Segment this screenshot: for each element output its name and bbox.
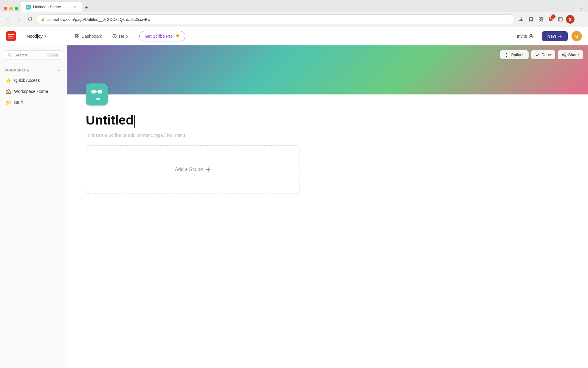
svg-point-32 <box>562 54 564 56</box>
forward-btn[interactable] <box>15 15 23 24</box>
search-area: cmd+k <box>4 50 63 60</box>
get-pro-label: Get Scribe Pro <box>145 34 173 39</box>
done-label: Done <box>541 52 551 57</box>
done-btn[interactable]: Done <box>531 50 555 59</box>
page-placeholder: To insert a Scribe or add content, type … <box>86 132 570 138</box>
logo <box>6 31 16 41</box>
edit-label: Edit <box>94 97 100 101</box>
svg-rect-17 <box>75 36 77 38</box>
stuff-label: Stuff <box>14 100 23 105</box>
tab-close-btn[interactable]: × <box>72 5 77 10</box>
search-input[interactable] <box>14 53 44 57</box>
svg-point-29 <box>506 54 507 55</box>
browser-toolbar: 🔒 scribehow.com/page/Untitled__JijGDDxuQ… <box>0 12 588 27</box>
quick-access-label: Quick Access <box>14 78 40 83</box>
address-bar[interactable]: 🔒 scribehow.com/page/Untitled__JijGDDxuQ… <box>37 14 514 24</box>
tab-favicon <box>26 5 31 10</box>
folder-icon: 📁 <box>6 99 12 105</box>
browser-tab-active[interactable]: Untitled | Scribe × <box>21 2 82 12</box>
share-icon <box>562 53 566 57</box>
sidebar-toggle-btn[interactable] <box>556 15 565 24</box>
add-scribe-box[interactable]: Add a Scribe <box>86 145 300 194</box>
page-icon-wrapper: Edit <box>86 83 108 105</box>
workspace-add-btn[interactable]: + <box>56 67 62 73</box>
options-icon <box>504 53 509 57</box>
sidebar-item-stuff[interactable]: 📁 Stuff <box>2 97 65 108</box>
svg-point-31 <box>565 53 566 54</box>
extensions-btn[interactable] <box>537 15 545 24</box>
sidebar-item-quick-access[interactable]: ⭐ Quick Access <box>2 75 65 86</box>
svg-point-30 <box>506 56 507 56</box>
maximize-window-btn[interactable] <box>15 7 18 10</box>
add-scribe-label: Add a Scribe <box>175 167 203 172</box>
app: Moodjoy ▾ Dashboard ? Help Get Scribe Pr… <box>0 27 588 368</box>
new-tab-btn[interactable]: + <box>82 4 91 12</box>
home-icon: 🏠 <box>6 88 12 94</box>
nav-divider <box>57 32 57 40</box>
quick-access-icon: ⭐ <box>6 77 12 83</box>
svg-point-33 <box>565 56 566 57</box>
content-area: Options Done Share <box>67 45 588 368</box>
search-shortcut: cmd+k <box>46 53 59 57</box>
svg-rect-6 <box>541 20 543 21</box>
address-text: scribehow.com/page/Untitled__JijGDDxuQk-… <box>47 17 511 22</box>
svg-line-27 <box>11 56 12 57</box>
svg-point-21 <box>530 34 532 36</box>
main-area: cmd+k WORKSPACE + ⭐ Quick Access 🏠 Works… <box>0 45 588 368</box>
reload-btn[interactable] <box>26 15 34 24</box>
svg-rect-18 <box>77 36 79 38</box>
lock-icon: 🔒 <box>41 17 45 21</box>
page-title[interactable]: Untitled <box>86 113 570 128</box>
svg-rect-9 <box>559 17 562 21</box>
download-btn[interactable] <box>517 15 526 24</box>
workspace-name: Moodjoy <box>26 34 43 39</box>
help-label: Help <box>119 34 128 39</box>
workspace-home-label: Workspace Home <box>14 89 48 94</box>
svg-rect-3 <box>539 17 541 19</box>
share-label: Share <box>568 52 579 57</box>
page-icon[interactable]: Edit <box>86 83 108 105</box>
invite-btn[interactable]: Invite <box>513 31 538 41</box>
minimize-window-btn[interactable] <box>9 7 13 10</box>
top-nav: Moodjoy ▾ Dashboard ? Help Get Scribe Pr… <box>0 27 588 45</box>
search-icon <box>8 53 12 57</box>
search-box[interactable]: cmd+k <box>4 50 63 60</box>
chrome-menu-btn[interactable] <box>576 15 584 24</box>
sidebar-item-workspace-home[interactable]: 🏠 Workspace Home <box>2 86 65 97</box>
share-btn[interactable]: Share <box>558 50 583 59</box>
svg-point-1 <box>28 6 28 7</box>
new-btn[interactable]: New <box>542 31 568 41</box>
nav-right: Invite New S <box>513 31 582 41</box>
dashboard-label: Dashboard <box>81 34 103 39</box>
workspace-section-label: WORKSPACE + <box>2 65 65 75</box>
chrome-profile-btn[interactable]: S <box>566 15 575 24</box>
close-window-btn[interactable] <box>4 7 7 10</box>
svg-rect-5 <box>539 20 541 21</box>
svg-point-13 <box>580 21 580 21</box>
browser-tabs: Untitled | Scribe × + ≡ <box>0 0 588 12</box>
extension-badge: 2 <box>551 14 556 19</box>
browser-chrome: Untitled | Scribe × + ≡ 🔒 scribehow.com/… <box>0 0 588 27</box>
bookmark-btn[interactable] <box>527 15 535 24</box>
tab-title: Untitled | Scribe <box>33 5 61 9</box>
extension-puzzle-btn[interactable]: S 2 <box>546 15 555 24</box>
back-btn[interactable] <box>4 15 12 24</box>
workspace-chevron-icon: ▾ <box>44 34 46 38</box>
svg-point-0 <box>27 6 29 8</box>
tab-list-btn[interactable]: ≡ <box>577 4 586 12</box>
workspace-selector[interactable]: Moodjoy ▾ <box>23 32 49 40</box>
add-scribe-icon <box>205 167 211 172</box>
dashboard-nav-item[interactable]: Dashboard <box>70 32 107 41</box>
options-label: Options <box>511 52 524 57</box>
page-banner: Options Done Share <box>67 45 588 94</box>
user-avatar[interactable]: S <box>571 31 582 41</box>
get-pro-btn[interactable]: Get Scribe Pro <box>139 31 185 41</box>
svg-rect-4 <box>541 17 543 19</box>
page-content: Untitled To insert a Scribe or add conte… <box>67 94 588 368</box>
help-nav-item[interactable]: ? Help <box>108 32 132 41</box>
svg-point-28 <box>506 53 507 53</box>
svg-rect-16 <box>77 34 79 36</box>
options-btn[interactable]: Options <box>500 50 529 59</box>
invite-label: Invite <box>517 34 527 39</box>
new-label: New <box>547 34 556 39</box>
